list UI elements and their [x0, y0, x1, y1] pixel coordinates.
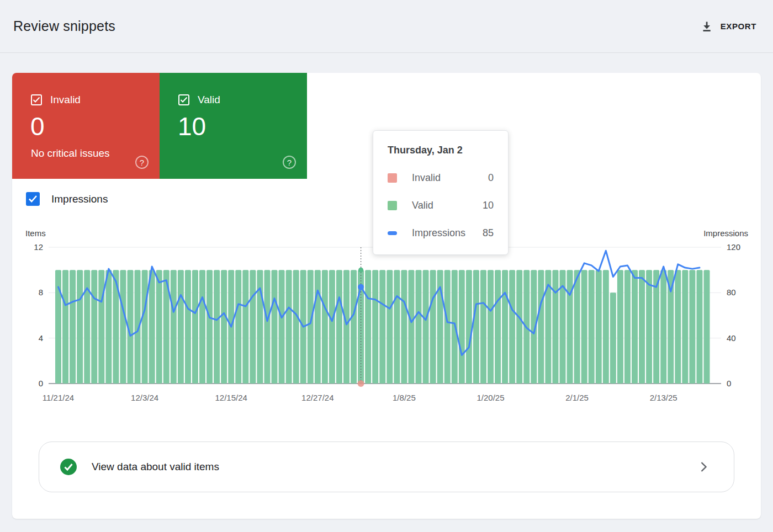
invalid-summary-box[interactable]: Invalid 0 No critical issues ? [12, 73, 160, 179]
valid-bar[interactable] [257, 270, 263, 384]
right-axis-tick: 120 [727, 242, 740, 252]
help-icon[interactable]: ? [135, 156, 149, 169]
tooltip-title: Thursday, Jan 2 [388, 145, 494, 156]
invalid-checkbox[interactable] [31, 94, 42, 105]
valid-bar[interactable] [632, 270, 638, 384]
valid-bar[interactable] [624, 270, 631, 384]
valid-bar[interactable] [689, 270, 695, 384]
tooltip-value: 10 [483, 200, 494, 211]
valid-bar[interactable] [423, 270, 429, 384]
valid-bar[interactable] [696, 270, 702, 384]
valid-bar[interactable] [682, 270, 688, 384]
valid-bar[interactable] [142, 270, 148, 384]
valid-bar[interactable] [351, 270, 357, 384]
view-valid-items-label: View data about valid items [92, 461, 219, 473]
valid-bar[interactable] [315, 270, 321, 384]
valid-bar[interactable] [308, 270, 314, 384]
valid-bar[interactable] [552, 270, 558, 384]
view-valid-items-row[interactable]: View data about valid items [39, 441, 734, 492]
valid-bar[interactable] [444, 270, 451, 384]
valid-bar[interactable] [336, 270, 342, 384]
valid-bar[interactable] [264, 270, 270, 384]
valid-bar[interactable] [98, 270, 104, 384]
valid-bar[interactable] [646, 270, 652, 384]
valid-checkbox[interactable] [178, 94, 189, 105]
tooltip-label: Valid [412, 200, 433, 211]
hover-dot-valid [358, 268, 363, 273]
valid-bar[interactable] [156, 270, 162, 384]
valid-bar[interactable] [466, 270, 472, 384]
tooltip-swatch-invalid [388, 173, 397, 183]
right-axis-tick: 80 [727, 288, 736, 297]
valid-bar[interactable] [416, 270, 422, 384]
valid-bar[interactable] [488, 270, 494, 384]
valid-bar[interactable] [495, 270, 501, 384]
valid-bar[interactable] [639, 270, 645, 384]
valid-bar[interactable] [675, 270, 681, 384]
export-label: EXPORT [721, 22, 756, 31]
valid-bar[interactable] [84, 270, 90, 384]
valid-bar[interactable] [149, 270, 155, 384]
valid-bar[interactable] [185, 270, 191, 384]
valid-bar[interactable] [293, 270, 299, 384]
valid-bar[interactable] [171, 270, 177, 384]
valid-bar[interactable] [199, 270, 205, 384]
tooltip-swatch-valid [388, 201, 397, 210]
valid-bar[interactable] [286, 270, 292, 384]
valid-bar[interactable] [329, 270, 335, 384]
valid-bar[interactable] [473, 270, 479, 384]
valid-bar[interactable] [509, 270, 515, 384]
valid-bar[interactable] [77, 270, 83, 384]
valid-bar[interactable] [538, 270, 544, 384]
valid-bar[interactable] [502, 270, 508, 384]
valid-bar[interactable] [105, 270, 112, 384]
valid-bar[interactable] [394, 270, 400, 384]
valid-bar[interactable] [178, 270, 184, 384]
valid-bar[interactable] [214, 270, 220, 384]
valid-bar[interactable] [617, 270, 623, 384]
valid-summary-box[interactable]: Valid 10 ? [160, 73, 307, 179]
tooltip-value: 0 [488, 172, 494, 184]
valid-bar[interactable] [62, 270, 68, 384]
valid-bar[interactable] [408, 270, 414, 384]
valid-bar[interactable] [192, 270, 198, 384]
export-button[interactable]: EXPORT [701, 20, 756, 33]
valid-bar[interactable] [581, 270, 587, 384]
top-bar: Review snippets EXPORT [0, 0, 773, 53]
valid-bar[interactable] [610, 292, 616, 384]
valid-bar[interactable] [272, 270, 278, 384]
valid-bar[interactable] [207, 270, 213, 384]
valid-bar[interactable] [372, 270, 378, 384]
valid-bar[interactable] [589, 270, 595, 384]
valid-bar[interactable] [567, 270, 573, 384]
valid-bar[interactable] [574, 270, 580, 384]
valid-bar[interactable] [70, 270, 76, 384]
valid-bar[interactable] [221, 270, 227, 384]
valid-bar[interactable] [242, 270, 248, 384]
right-axis-title: Impressions [703, 228, 748, 238]
valid-bar[interactable] [430, 270, 436, 384]
valid-bar[interactable] [365, 270, 371, 384]
left-axis-title: Items [25, 228, 46, 238]
valid-bar[interactable] [379, 270, 385, 384]
impressions-toggle[interactable]: Impressions [26, 192, 108, 206]
valid-bar[interactable] [322, 270, 328, 384]
valid-bar[interactable] [386, 270, 393, 384]
impressions-checkbox[interactable] [26, 192, 40, 206]
valid-bar[interactable] [279, 270, 285, 384]
valid-bar[interactable] [459, 270, 465, 384]
valid-bar[interactable] [704, 270, 710, 384]
valid-bar[interactable] [596, 270, 602, 384]
valid-bar[interactable] [91, 270, 97, 384]
valid-bar[interactable] [660, 270, 666, 384]
valid-bar[interactable] [250, 270, 256, 384]
valid-bar[interactable] [516, 270, 522, 384]
help-icon[interactable]: ? [283, 156, 296, 169]
valid-bar[interactable] [120, 270, 126, 384]
left-axis-tick: 8 [39, 288, 43, 297]
valid-bar[interactable] [235, 270, 241, 384]
valid-bar[interactable] [480, 270, 486, 384]
valid-bar[interactable] [401, 270, 407, 384]
valid-bar[interactable] [603, 270, 609, 384]
valid-bar[interactable] [343, 270, 350, 384]
